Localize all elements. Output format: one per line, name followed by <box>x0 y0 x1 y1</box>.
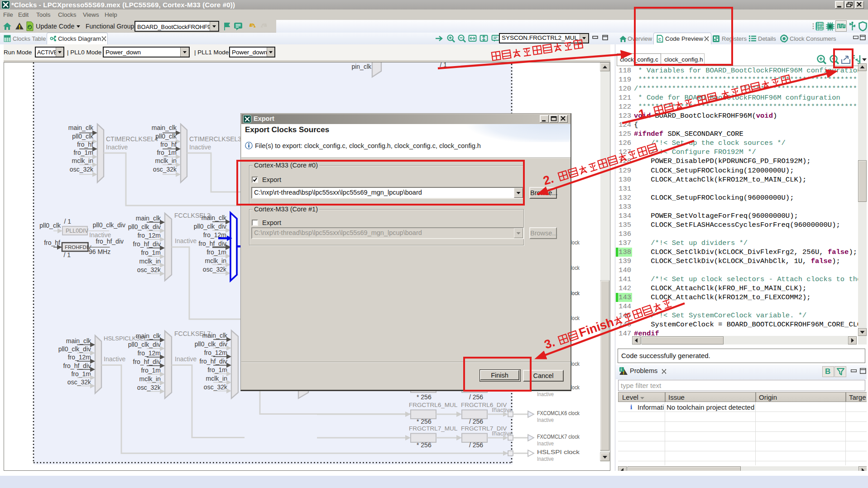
svg-text:FRGCTRL7_MUL: FRGCTRL7_MUL <box>409 425 458 432</box>
svg-text:osc_32k: osc_32k <box>137 266 161 273</box>
svg-text:mclk_in: mclk_in <box>72 157 93 164</box>
svg-text:fro_1m: fro_1m <box>141 249 161 256</box>
svg-text:CTIMERCLKSEL4: CTIMERCLKSEL4 <box>106 135 158 143</box>
svg-text:Inactive: Inactive <box>537 416 554 423</box>
svg-text:fro_1m: fro_1m <box>206 249 226 256</box>
svg-text:fro_12m: fro_12m <box>204 349 227 356</box>
svg-text:HSLSPI clock: HSLSPI clock <box>537 449 580 455</box>
svg-text:Inactive: Inactive <box>175 355 197 363</box>
svg-text:pll0_clk_div: pll0_clk_div <box>128 341 161 348</box>
svg-text:Inactive: Inactive <box>537 391 554 397</box>
svg-text:fro_12m: fro_12m <box>138 232 161 239</box>
svg-text:fro_1m: fro_1m <box>157 149 177 156</box>
svg-text:mclk_in: mclk_in <box>155 157 177 164</box>
svg-text:pll0_clk: pll0_clk <box>39 222 61 229</box>
svg-text:pll0_clk_div: pll0_clk_div <box>194 223 226 230</box>
svg-text:/ 256: / 256 <box>469 418 483 425</box>
svg-text:main_clk: main_clk <box>68 124 94 131</box>
svg-text:96 MHz: 96 MHz <box>89 248 110 255</box>
svg-text:pll0_clk: pll0_clk <box>72 133 94 140</box>
svg-text:pll0_clk_div: pll0_clk_div <box>58 345 91 353</box>
svg-text:fro_1m: fro_1m <box>207 366 227 373</box>
svg-text:mclk_in: mclk_in <box>205 257 226 264</box>
svg-text:FRGCTRL6_MUL: FRGCTRL6_MUL <box>409 402 458 408</box>
svg-text:/ 256: / 256 <box>469 441 483 449</box>
svg-text:c: c <box>658 36 661 42</box>
svg-text:FROHFDIV: FROHFDIV <box>65 244 91 250</box>
svg-text:/ 1: / 1 <box>64 218 71 225</box>
svg-text:pll0_clk_div: pll0_clk_div <box>93 221 125 229</box>
svg-text:CTIMERCLKSEL3: CTIMERCLKSEL3 <box>189 135 241 143</box>
svg-text:fro_12m: fro_12m <box>68 354 91 361</box>
svg-text:fro_hf_div: fro_hf_div <box>133 358 161 365</box>
svg-text:osc_32k: osc_32k <box>203 266 227 273</box>
svg-text:pll0_clk: pll0_clk <box>155 133 177 140</box>
svg-text:/ 1: / 1 <box>440 62 447 68</box>
svg-text:osc_32k: osc_32k <box>204 383 228 391</box>
svg-text:Inactive: Inactive <box>537 455 554 462</box>
svg-text:* 256: * 256 <box>417 418 432 425</box>
svg-text:main_clk: main_clk <box>152 124 177 131</box>
svg-text:fro_1m: fro_1m <box>71 370 91 378</box>
svg-text:FXCOMCLK6 clock: FXCOMCLK6 clock <box>537 410 580 416</box>
svg-text:mclk_in: mclk_in <box>206 375 227 382</box>
svg-text:Inactive: Inactive <box>537 440 554 447</box>
svg-text:mclk_in: mclk_in <box>139 375 161 383</box>
svg-text:/ 1: / 1 <box>63 251 71 258</box>
svg-text:* 256: * 256 <box>417 393 432 401</box>
svg-text:fro_hf_div: fro_hf_div <box>96 238 124 245</box>
svg-text:FXCOMCLK7 clock: FXCOMCLK7 clock <box>537 433 580 440</box>
svg-text:fro_hf: fro_hf <box>160 141 177 148</box>
svg-text:fro_hf_div: fro_hf_div <box>199 240 226 247</box>
svg-text:i: i <box>620 367 622 372</box>
svg-text:mclk_in: mclk_in <box>139 258 161 265</box>
svg-text:/ 256: / 256 <box>469 393 483 401</box>
svg-text:main_clk: main_clk <box>136 332 161 340</box>
svg-text:osc_32k: osc_32k <box>70 166 94 173</box>
svg-text:fro_hf: fro_hf <box>77 141 93 148</box>
svg-text:fro_hf_div: fro_hf_div <box>63 362 91 369</box>
svg-text:osc_32k: osc_32k <box>137 384 161 391</box>
svg-text:fro_1m: fro_1m <box>141 367 161 374</box>
svg-text:fro_hf_div: fro_hf_div <box>200 358 227 365</box>
svg-text:pll0_clk_div: pll0_clk_div <box>195 340 227 348</box>
svg-text:Inactive: Inactive <box>189 144 211 151</box>
svg-text:main_clk: main_clk <box>66 337 91 344</box>
svg-text:fro_1m: fro_1m <box>73 149 93 156</box>
svg-text:pin_clk: pin_clk <box>351 63 372 70</box>
svg-text:osc_32k: osc_32k <box>153 166 177 173</box>
svg-text:0101: 0101 <box>817 28 824 31</box>
svg-text:Inactive: Inactive <box>104 355 125 363</box>
svg-text:fro_hf_div: fro_hf_div <box>133 240 161 248</box>
svg-text:pll0_clk_div: pll0_clk_div <box>128 223 161 230</box>
svg-text:Inactive: Inactive <box>175 237 197 244</box>
svg-text:PLL0DIV: PLL0DIV <box>66 228 89 234</box>
svg-text:fro_12m: fro_12m <box>138 349 161 357</box>
svg-text:osc_32k: osc_32k <box>67 378 91 386</box>
svg-text:main_clk: main_clk <box>201 214 227 221</box>
svg-text:main_clk: main_clk <box>202 332 228 339</box>
svg-text:main_clk: main_clk <box>136 215 161 222</box>
svg-text:Inactive: Inactive <box>106 144 128 151</box>
svg-text:* 256: * 256 <box>417 441 432 449</box>
